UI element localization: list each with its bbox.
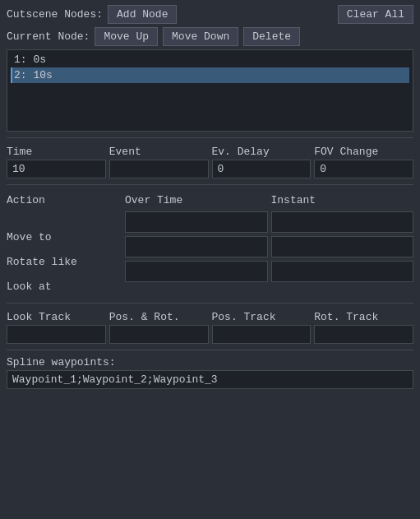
clear-all-button[interactable]: Clear All xyxy=(338,5,413,24)
spline-label: Spline waypoints: xyxy=(7,356,413,368)
action-labels: Move to Rotate like Look at xyxy=(7,211,122,297)
cutscene-panel: Cutscene Nodes: Add Node Clear All Curre… xyxy=(0,0,420,519)
pos-rot-label: Pos. & Rot. xyxy=(109,311,209,323)
time-input[interactable] xyxy=(7,160,106,178)
rot-track-input[interactable] xyxy=(314,325,413,344)
event-input[interactable] xyxy=(109,160,209,178)
list-item-selected[interactable]: 2: 10s xyxy=(11,67,409,83)
look-at-instant-input[interactable] xyxy=(271,261,414,282)
rotate-like-label: Rotate like xyxy=(7,251,122,272)
pos-track-input[interactable] xyxy=(212,325,312,344)
divider-4 xyxy=(7,350,413,350)
move-to-instant-input[interactable] xyxy=(271,211,414,233)
spline-section: Spline waypoints: xyxy=(7,356,413,389)
look-at-label: Look at xyxy=(7,276,122,297)
pos-rot-input[interactable] xyxy=(109,325,209,344)
move-up-button[interactable]: Move Up xyxy=(95,27,158,46)
divider-2 xyxy=(7,184,413,185)
node-list[interactable]: 1: 0s 2: 10s xyxy=(7,49,413,132)
time-label: Time xyxy=(7,146,106,158)
instant-inputs xyxy=(271,211,414,282)
pos-track-label: Pos. Track xyxy=(212,311,312,323)
look-track-label: Look Track xyxy=(7,311,106,323)
ev-delay-input[interactable] xyxy=(212,160,312,178)
cutscene-nodes-row: Cutscene Nodes: Add Node Clear All xyxy=(7,5,413,24)
delete-button[interactable]: Delete xyxy=(243,27,300,46)
look-track-input[interactable] xyxy=(7,325,106,344)
track-headers: Look Track Pos. & Rot. Pos. Track Rot. T… xyxy=(7,311,413,344)
move-to-overtime-input[interactable] xyxy=(125,211,268,233)
instant-header: Instant xyxy=(271,194,414,206)
move-to-label: Move to xyxy=(7,226,122,248)
rotate-like-overtime-input[interactable] xyxy=(125,236,268,257)
event-label: Event xyxy=(109,146,209,158)
ev-delay-label: Ev. Delay xyxy=(212,146,312,158)
fov-change-input[interactable] xyxy=(314,160,413,178)
divider-1 xyxy=(7,137,413,138)
rot-track-label: Rot. Track xyxy=(314,311,413,323)
divider-3 xyxy=(7,303,413,304)
over-time-inputs xyxy=(125,211,268,282)
spline-input[interactable] xyxy=(7,370,413,389)
action-header: Action xyxy=(7,194,122,206)
current-node-row: Current Node: Move Up Move Down Delete xyxy=(7,27,413,46)
cutscene-nodes-label: Cutscene Nodes: xyxy=(7,8,103,21)
action-section: Action Over Time Instant Move to Rotate … xyxy=(7,194,413,297)
current-node-label: Current Node: xyxy=(7,30,90,43)
action-grid: Action Over Time Instant Move to Rotate … xyxy=(7,194,413,297)
add-node-button[interactable]: Add Node xyxy=(108,5,177,24)
move-down-button[interactable]: Move Down xyxy=(163,27,238,46)
track-section: Look Track Pos. & Rot. Pos. Track Rot. T… xyxy=(7,309,413,344)
list-item[interactable]: 1: 0s xyxy=(11,52,409,67)
fov-change-label: FOV Change xyxy=(314,146,413,158)
over-time-header: Over Time xyxy=(125,194,268,206)
look-at-overtime-input[interactable] xyxy=(125,261,268,282)
rotate-like-instant-input[interactable] xyxy=(271,236,414,257)
fields-headers: Time Event Ev. Delay FOV Change xyxy=(7,146,413,178)
